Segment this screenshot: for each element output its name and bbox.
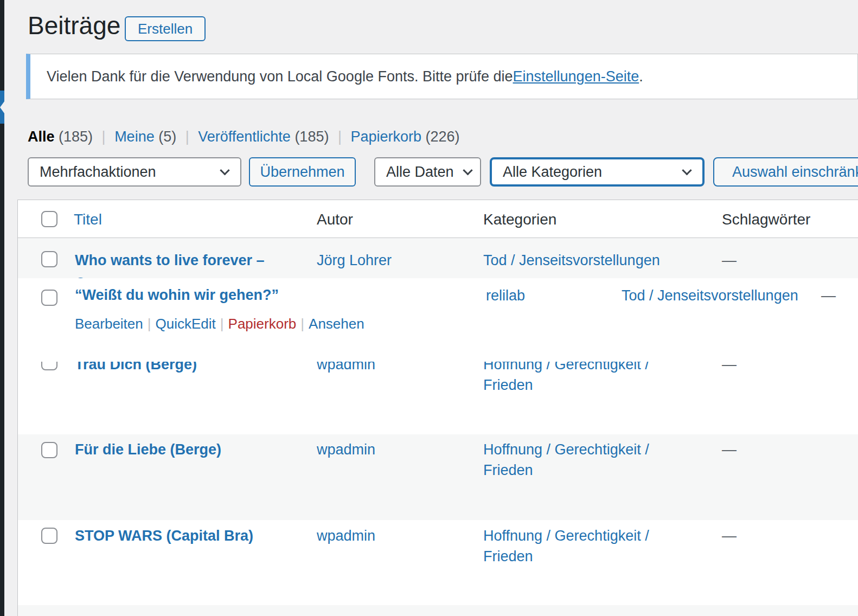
view-action-link[interactable]: Ansehen: [309, 316, 364, 332]
filter-separator: |: [333, 129, 347, 145]
column-header-categories: Kategorien: [483, 211, 556, 228]
row-actions: Bearbeiten|QuickEdit|Papierkorb|Ansehen: [75, 316, 364, 332]
column-header-tags: Schlagwörter: [722, 211, 810, 228]
notice-text: Vielen Dank für die Verwendung von Local…: [47, 68, 513, 85]
row-checkbox[interactable]: [41, 528, 57, 544]
current-page-arrow-icon: [0, 101, 4, 113]
apply-button[interactable]: Übernehmen: [249, 157, 356, 187]
chevron-down-icon: [463, 165, 472, 175]
date-filter-value: Alle Daten: [386, 164, 454, 181]
table-row-stripe: [18, 605, 858, 616]
plugin-notice: Vielen Dank für die Verwendung von Local…: [26, 54, 858, 99]
category-filter-select[interactable]: Alle Kategorien: [490, 157, 705, 187]
bulk-actions-value: Mehrfachaktionen: [40, 164, 156, 181]
author-link[interactable]: Jörg Lohrer: [317, 252, 392, 269]
filter-all-count: (185): [59, 129, 93, 145]
category-links[interactable]: Hoffnung / Gerechtigkeit /: [483, 441, 649, 458]
post-title-link[interactable]: “Weißt du wohin wir gehen?”: [75, 287, 279, 304]
edit-action-link[interactable]: Bearbeiten: [75, 316, 143, 332]
category-links-line2[interactable]: Frieden: [483, 377, 533, 394]
category-links[interactable]: Tod / Jenseitsvorstellungen: [622, 287, 798, 304]
row-checkbox[interactable]: [41, 290, 57, 306]
table-header-row: Titel Autor Kategorien Schlagwörter: [18, 200, 858, 238]
filter-published[interactable]: Veröffentlichte: [198, 129, 291, 145]
filter-separator: |: [97, 129, 111, 145]
filter-trash[interactable]: Papierkorb: [350, 129, 421, 145]
category-links[interactable]: Tod / Jenseitsvorstellungen: [483, 252, 660, 269]
select-all-checkbox[interactable]: [41, 211, 57, 227]
admin-sidebar-collapsed[interactable]: [0, 0, 4, 616]
category-filter-value: Alle Kategorien: [503, 164, 602, 181]
tags-empty-dash: —: [722, 528, 737, 544]
filter-separator: |: [181, 129, 194, 145]
posts-list-page: { "page": { "title": "Beiträge", "create…: [0, 0, 858, 616]
chevron-down-icon: [682, 165, 691, 175]
filter-all[interactable]: Alle: [28, 129, 55, 145]
tags-empty-dash: —: [821, 287, 836, 304]
quick-edit-action-link[interactable]: QuickEdit: [156, 316, 216, 332]
filter-published-count: (185): [294, 129, 329, 145]
tags-empty-dash: —: [722, 252, 737, 269]
create-post-button[interactable]: Erstellen: [125, 16, 206, 41]
row-checkbox[interactable]: [41, 251, 57, 267]
post-title-link[interactable]: Who wants to live forever –: [75, 252, 265, 269]
restrict-selection-button[interactable]: Auswahl einschränken: [713, 157, 858, 187]
author-link[interactable]: wpadmin: [317, 441, 375, 458]
action-separator: |: [296, 316, 309, 332]
post-title-link[interactable]: STOP WARS (Capital Bra): [75, 528, 253, 544]
column-header-title[interactable]: Titel: [74, 211, 102, 228]
date-filter-select[interactable]: Alle Daten: [374, 157, 481, 187]
author-link[interactable]: relilab: [486, 287, 525, 304]
category-links-line2[interactable]: Frieden: [483, 548, 533, 565]
chevron-down-icon: [220, 165, 229, 175]
post-title-link[interactable]: Für die Liebe (Berge): [75, 441, 221, 458]
filter-mine-count: (5): [158, 129, 176, 145]
action-separator: |: [143, 316, 156, 332]
filter-trash-count: (226): [426, 129, 460, 145]
row-checkbox[interactable]: [41, 442, 57, 458]
post-status-filters: Alle (185) | Meine (5) | Veröffentlichte…: [28, 129, 460, 145]
page-title: Beiträge: [28, 11, 120, 40]
filter-mine[interactable]: Meine: [114, 129, 155, 145]
author-link[interactable]: wpadmin: [317, 528, 375, 544]
trash-action-link[interactable]: Papierkorb: [228, 316, 297, 332]
column-header-author: Autor: [317, 211, 353, 228]
settings-page-link[interactable]: Einstellungen-Seite: [513, 68, 639, 85]
bulk-actions-select[interactable]: Mehrfachaktionen: [28, 157, 241, 187]
action-separator: |: [216, 316, 228, 332]
notice-text-end: .: [639, 68, 643, 85]
floating-post-row[interactable]: “Weißt du wohin wir gehen?” Bearbeiten|Q…: [18, 278, 858, 362]
category-links-line2[interactable]: Frieden: [483, 462, 533, 479]
tags-empty-dash: —: [722, 441, 737, 458]
category-links[interactable]: Hoffnung / Gerechtigkeit /: [483, 528, 649, 544]
posts-table: Titel Autor Kategorien Schlagwörter Who …: [17, 200, 858, 616]
